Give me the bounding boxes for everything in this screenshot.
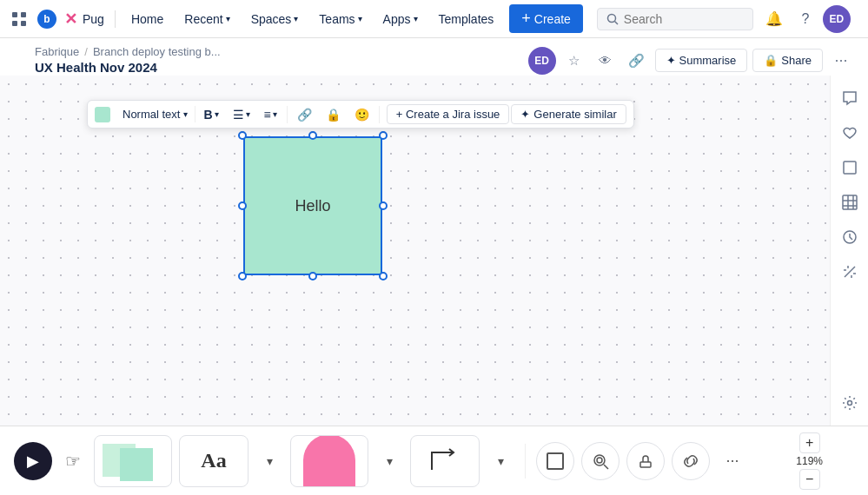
breadcrumb-sep: / [84,45,88,58]
text-tool-arrow[interactable]: ▾ [255,447,283,475]
nav-recent[interactable]: Recent ▾ [176,9,238,30]
handle-mid-left[interactable] [238,201,247,210]
svg-rect-2 [12,21,17,26]
link-tool[interactable] [672,442,710,480]
top-nav: b ✕ Pug Home Recent ▾ Spaces ▾ Teams ▾ A… [0,0,868,38]
create-jira-button[interactable]: + Create a Jira issue [387,104,510,124]
generate-similar-button[interactable]: ✦ Generate similar [511,104,626,124]
avatar[interactable]: ED [823,5,851,33]
color-swatch[interactable] [95,107,110,122]
apps-arrow: ▾ [414,14,418,23]
connector-tool[interactable] [410,435,480,487]
svg-rect-19 [547,453,563,469]
zoom-in-button[interactable]: + [799,432,820,453]
selected-element[interactable]: Hello [243,136,382,275]
share-button[interactable]: 🔒 Share [752,49,823,72]
frame-tool[interactable] [536,442,574,480]
search-input[interactable] [624,12,728,26]
star-icon[interactable]: ☆ [561,48,587,74]
bottom-more-button[interactable]: ··· [717,446,748,477]
create-button[interactable]: + Create [509,4,583,33]
zoom-level: 119% [796,455,823,467]
comment-panel-icon[interactable] [834,82,865,114]
stamp-tool[interactable] [626,442,665,480]
search-bar[interactable] [597,8,753,30]
svg-point-18 [847,401,851,406]
align-button[interactable]: ≡ ▾ [258,105,283,124]
zoom-out-button[interactable]: − [799,469,820,490]
handle-top-left[interactable] [238,131,247,140]
right-sidebar [830,76,868,426]
nav-divider [115,10,116,28]
svg-rect-1 [21,12,26,17]
table-panel-icon[interactable] [834,187,865,218]
frame-panel-icon[interactable] [834,152,865,183]
help-icon[interactable]: ? [792,5,819,33]
svg-point-4 [607,14,615,22]
canvas-box[interactable]: Hello [243,136,382,275]
main-content: Fabrique / Branch deploy testing b... UX… [0,38,868,495]
shape-tool-arrow[interactable]: ▾ [375,447,403,475]
nav-spaces[interactable]: Spaces ▾ [242,9,308,30]
lock-button[interactable]: 🔒 [320,105,347,124]
text-style-selector[interactable]: Normal text ▾ [116,106,195,122]
toolbar-sep-2 [379,106,380,123]
image-search-tool[interactable] [581,442,620,480]
handle-bottom-left[interactable] [238,272,247,280]
handle-mid-right[interactable] [379,201,388,210]
svg-rect-23 [640,462,651,467]
shapes-tool[interactable] [94,435,172,487]
link-icon[interactable]: 🔗 [624,48,650,74]
bold-button[interactable]: B ▾ [197,105,224,124]
svg-point-20 [594,455,605,465]
handle-top-right[interactable] [379,131,388,140]
link-button[interactable]: 🔗 [291,105,318,124]
nav-templates[interactable]: Templates [430,9,503,30]
notifications-icon[interactable]: 🔔 [760,5,788,33]
breadcrumb: Fabrique / Branch deploy testing b... [35,45,221,60]
svg-line-22 [604,465,608,469]
search-icon [606,13,619,25]
frame-icon [546,452,565,471]
connector-icon [423,444,467,478]
grid-menu-icon[interactable] [7,7,31,31]
settings-panel-icon[interactable] [834,387,865,419]
summarise-button[interactable]: ✦ Summarise [655,49,748,72]
brand-name[interactable]: Pug [83,12,104,26]
canvas-area: Normal text ▾ B ▾ ☰ ▾ ≡ ▾ 🔗 🔒 🙂 + Create… [0,76,868,426]
list-button[interactable]: ☰ ▾ [227,105,256,124]
shape-tool[interactable] [290,435,368,487]
play-button[interactable]: ▶ [14,442,52,480]
emoji-button[interactable]: 🙂 [348,105,375,124]
svg-rect-6 [844,162,856,174]
connector-tool-arrow[interactable]: ▾ [487,447,514,475]
handle-bottom-mid[interactable] [308,272,317,280]
logo-b[interactable]: b [35,7,59,31]
wand-panel-icon[interactable] [834,256,865,287]
avatar-small[interactable]: ED [528,47,556,75]
link-icon [681,452,700,471]
text-tool[interactable]: Aa [179,435,248,487]
svg-line-5 [614,21,618,24]
image-search-icon [591,452,610,471]
teams-arrow: ▾ [358,14,362,23]
handle-bottom-right[interactable] [379,272,388,280]
breadcrumb-item-1[interactable]: Fabrique [35,45,79,58]
nav-icons: 🔔 ? ED [760,5,851,33]
more-options-button[interactable]: ··· [828,48,854,74]
history-panel-icon[interactable] [834,221,865,253]
nav-apps[interactable]: Apps ▾ [374,9,427,30]
toolbar-sep-1 [287,106,288,123]
svg-rect-7 [843,195,857,209]
cursor-tool[interactable]: ☞ [59,447,87,475]
handle-top-mid[interactable] [308,131,317,140]
x-logo: ✕ [64,10,77,29]
bottom-toolbar-sep [525,444,526,478]
eye-icon[interactable]: 👁 [593,48,619,74]
nav-teams[interactable]: Teams ▾ [310,9,370,30]
nav-home[interactable]: Home [123,9,172,30]
svg-point-21 [597,458,602,463]
pink-shape [303,435,355,486]
like-panel-icon[interactable] [834,117,865,148]
breadcrumb-item-2[interactable]: Branch deploy testing b... [93,45,221,58]
